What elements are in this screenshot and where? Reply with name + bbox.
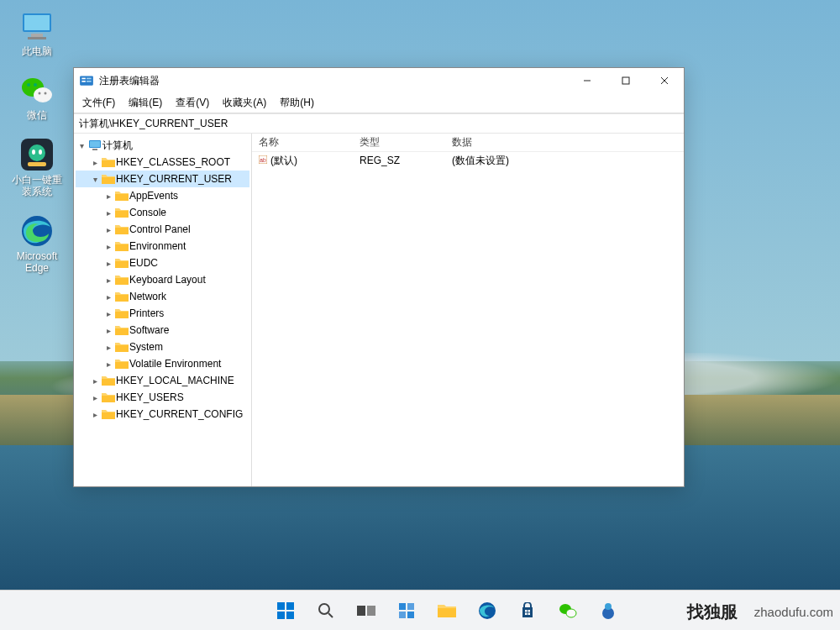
chevron-icon[interactable]: ▸ — [102, 276, 114, 285]
tree-item[interactable]: ▸Volatile Environment — [76, 355, 249, 372]
folder-icon — [114, 357, 129, 370]
svg-rect-19 — [87, 78, 92, 80]
svg-rect-37 — [115, 312, 129, 318]
svg-point-12 — [32, 150, 35, 155]
menu-item-4[interactable]: 帮助(H) — [280, 96, 314, 110]
tree-label: EUDC — [129, 257, 158, 269]
svg-rect-31 — [115, 211, 129, 218]
svg-rect-1 — [24, 15, 50, 30]
chevron-icon[interactable]: ▾ — [89, 175, 101, 184]
close-button[interactable] — [645, 68, 684, 93]
list-panel[interactable]: 名称 类型 数据 ab(默认)REG_SZ(数值未设置) — [252, 134, 684, 486]
svg-rect-46 — [277, 602, 285, 610]
svg-rect-57 — [407, 612, 414, 618]
titlebar[interactable]: 注册表编辑器 — [74, 68, 684, 93]
tree-label: Software — [129, 324, 169, 336]
svg-rect-56 — [399, 612, 406, 618]
tree-item[interactable]: ▸Printers — [76, 305, 249, 322]
desktop-icon-3[interactable]: Microsoft Edge — [8, 213, 66, 275]
svg-rect-40 — [115, 362, 129, 369]
value-type: REG_SZ — [353, 155, 445, 166]
tree-item[interactable]: ▸Keyboard Layout — [76, 271, 249, 288]
folder-icon — [114, 223, 129, 236]
maximize-button[interactable] — [606, 68, 645, 93]
desktop-icon-1[interactable]: 微信 — [8, 72, 66, 121]
svg-rect-22 — [622, 77, 629, 84]
svg-rect-48 — [277, 612, 285, 619]
tree-item[interactable]: ▸EUDC — [76, 255, 249, 271]
chevron-icon[interactable]: ▸ — [102, 192, 114, 201]
svg-rect-53 — [367, 606, 375, 616]
explorer-button[interactable] — [430, 594, 464, 627]
tree-item[interactable]: ▸AppEvents — [76, 187, 249, 204]
tree-item[interactable]: ▸System — [76, 339, 249, 355]
svg-point-8 — [39, 92, 41, 95]
chevron-icon[interactable]: ▾ — [76, 141, 87, 150]
chevron-icon[interactable]: ▸ — [102, 326, 114, 335]
desktop-icon-2[interactable]: 小白一键重装系统 — [8, 137, 66, 198]
taskview-button[interactable] — [349, 594, 383, 627]
list-header: 名称 类型 数据 — [252, 134, 684, 152]
desktop-icon-label: 小白一键重装系统 — [8, 174, 66, 198]
tree-item[interactable]: ▸HKEY_CLASSES_ROOT — [76, 154, 249, 171]
regedit-window: 注册表编辑器 文件(F)编辑(E)查看(V)收藏夹(A)帮助(H) ▾计算机▸H… — [73, 67, 685, 487]
svg-rect-27 — [92, 149, 97, 150]
tree-panel[interactable]: ▾计算机▸HKEY_CLASSES_ROOT▾HKEY_CURRENT_USER… — [74, 134, 252, 486]
tree-item[interactable]: ▸Network — [76, 288, 249, 305]
menu-item-2[interactable]: 查看(V) — [176, 96, 209, 110]
col-type[interactable]: 类型 — [353, 135, 445, 150]
chevron-icon[interactable]: ▸ — [102, 208, 114, 218]
chevron-icon[interactable]: ▸ — [102, 259, 114, 268]
folder-icon — [114, 307, 129, 320]
window-controls — [568, 68, 684, 93]
chevron-icon[interactable]: ▸ — [102, 309, 114, 318]
svg-point-6 — [34, 83, 37, 87]
svg-rect-63 — [528, 612, 531, 615]
svg-rect-61 — [528, 610, 531, 612]
chevron-icon[interactable]: ▸ — [102, 292, 114, 302]
menu-item-1[interactable]: 编辑(E) — [129, 96, 162, 110]
tree-item[interactable]: ▸Environment — [76, 238, 249, 255]
chevron-icon[interactable]: ▸ — [102, 225, 114, 234]
desktop-icon-0[interactable]: 此电脑 — [8, 8, 66, 57]
tree-root[interactable]: ▾计算机 — [76, 137, 249, 154]
tree-item[interactable]: ▸HKEY_CURRENT_CONFIG — [76, 406, 249, 423]
search-button[interactable] — [309, 594, 343, 627]
menu-item-0[interactable]: 文件(F) — [82, 96, 115, 110]
wechat-taskbar-button[interactable] — [551, 594, 585, 627]
store-button[interactable] — [511, 594, 544, 627]
tree-label: 计算机 — [102, 139, 133, 153]
widgets-button[interactable] — [390, 594, 423, 627]
svg-text:ab: ab — [260, 157, 266, 163]
chevron-icon[interactable]: ▸ — [89, 410, 101, 419]
tree-item-selected[interactable]: ▾HKEY_CURRENT_USER — [76, 171, 249, 187]
svg-rect-42 — [102, 396, 115, 402]
tree-item[interactable]: ▸HKEY_USERS — [76, 389, 249, 406]
svg-rect-38 — [115, 328, 129, 335]
tree-item[interactable]: ▸Control Panel — [76, 221, 249, 238]
chevron-icon[interactable]: ▸ — [89, 393, 101, 402]
address-input[interactable] — [79, 118, 679, 129]
minimize-button[interactable] — [568, 68, 606, 93]
chevron-icon[interactable]: ▸ — [102, 360, 114, 369]
folder-icon — [101, 374, 116, 387]
edge-button[interactable] — [470, 594, 504, 627]
chevron-icon[interactable]: ▸ — [102, 343, 114, 352]
chevron-icon[interactable]: ▸ — [102, 242, 114, 251]
svg-rect-18 — [81, 81, 86, 82]
col-data[interactable]: 数据 — [445, 135, 684, 150]
svg-rect-39 — [115, 345, 129, 352]
tree-item[interactable]: ▸HKEY_LOCAL_MACHINE — [76, 372, 249, 389]
chevron-icon[interactable]: ▸ — [89, 158, 101, 167]
col-name[interactable]: 名称 — [252, 135, 353, 150]
tree-item[interactable]: ▸Console — [76, 204, 249, 221]
svg-rect-62 — [525, 612, 528, 615]
list-row[interactable]: ab(默认)REG_SZ(数值未设置) — [252, 152, 684, 169]
start-button[interactable] — [269, 594, 302, 627]
menu-item-3[interactable]: 收藏夹(A) — [223, 96, 266, 110]
tree-item[interactable]: ▸Software — [76, 322, 249, 339]
taskbar-center — [269, 594, 625, 627]
svg-rect-14 — [28, 162, 46, 166]
chevron-icon[interactable]: ▸ — [89, 376, 101, 386]
xiaobai-taskbar-button[interactable] — [591, 594, 625, 627]
